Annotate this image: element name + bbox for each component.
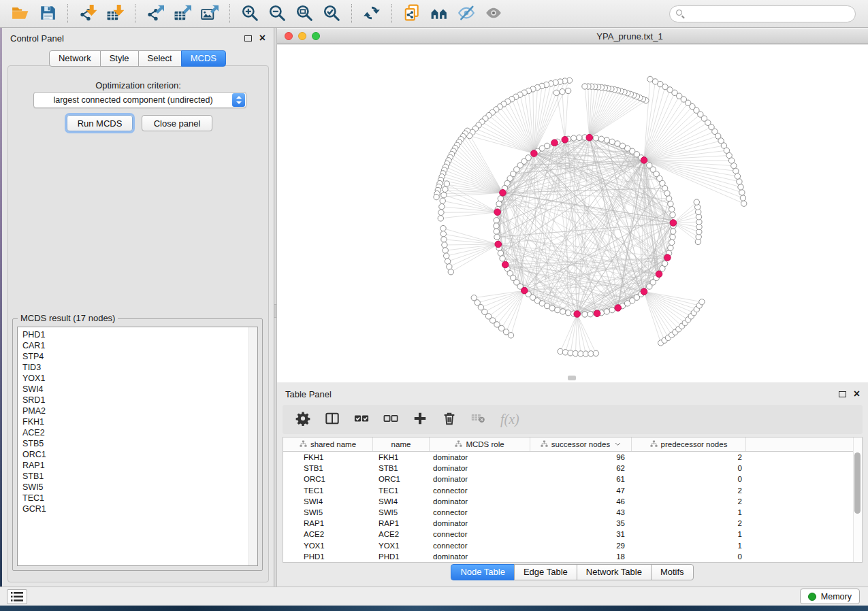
graph-node[interactable]	[739, 190, 745, 195]
graph-node[interactable]	[738, 184, 743, 190]
graph-node[interactable]	[671, 229, 676, 234]
optimization-criterion-select[interactable]: largest connected component (undirected)	[33, 92, 246, 108]
graph-node[interactable]	[609, 139, 615, 144]
window-zoom-traffic-light[interactable]	[312, 32, 320, 40]
graph-node[interactable]	[740, 195, 745, 201]
graph-node[interactable]	[733, 168, 739, 174]
float-table-panel-icon[interactable]	[839, 391, 846, 397]
graph-node[interactable]	[498, 250, 503, 256]
table-vscrollbar-thumb[interactable]	[854, 452, 861, 514]
float-panel-icon[interactable]	[244, 35, 252, 42]
graph-hub-node[interactable]	[641, 157, 647, 164]
graph-node[interactable]	[447, 264, 452, 269]
cell-mcds-role[interactable]: dominator	[430, 453, 530, 461]
cell-mcds-role[interactable]: connector	[430, 542, 530, 550]
mcds-result-item[interactable]: STB5	[22, 438, 257, 449]
zoom-in-button[interactable]	[236, 2, 263, 25]
graph-node[interactable]	[494, 234, 500, 240]
graph-node[interactable]	[604, 309, 609, 314]
close-panel-icon[interactable]: ×	[259, 34, 266, 42]
graph-node[interactable]	[498, 196, 503, 201]
cell-successor-nodes[interactable]: 35	[530, 519, 632, 527]
copy-network-button[interactable]	[398, 2, 425, 25]
mcds-result-item[interactable]: SRD1	[22, 395, 257, 406]
graph-node[interactable]	[448, 269, 453, 275]
graph-hub-node[interactable]	[574, 311, 581, 318]
graph-hub-node[interactable]	[562, 137, 568, 144]
graph-node[interactable]	[694, 199, 699, 205]
close-panel-button[interactable]: Close panel	[142, 115, 212, 131]
mcds-result-item[interactable]: STP4	[22, 351, 257, 362]
hide-selected-button[interactable]	[453, 2, 480, 25]
graph-node[interactable]	[582, 84, 588, 89]
table-settings-button[interactable]	[295, 411, 310, 428]
cell-shared-name[interactable]: ORC1	[283, 475, 373, 483]
cell-shared-name[interactable]: RAP1	[283, 519, 373, 527]
cell-name[interactable]: SWI5	[373, 508, 430, 516]
mcds-result-item[interactable]: YOX1	[22, 373, 257, 384]
cell-name[interactable]: PHD1	[373, 552, 430, 561]
table-row[interactable]: PHD1PHD1dominator180	[283, 551, 862, 562]
table-row[interactable]: YOX1YOX1connector291	[283, 540, 862, 551]
cell-predecessor-nodes[interactable]: 0	[632, 475, 746, 483]
column-header-shared-name[interactable]: shared name	[283, 437, 373, 451]
cell-predecessor-nodes[interactable]: 1	[632, 542, 746, 550]
graph-node[interactable]	[609, 307, 615, 312]
task-history-button[interactable]	[7, 589, 27, 604]
cell-mcds-role[interactable]: dominator	[430, 475, 530, 483]
cell-mcds-role[interactable]: dominator	[430, 464, 530, 472]
graph-node[interactable]	[647, 163, 652, 168]
zoom-fit-button[interactable]	[291, 2, 318, 25]
table-row[interactable]: SWI5SWI5connector431	[283, 507, 862, 518]
network-canvas[interactable]	[277, 45, 868, 382]
select-all-rows-button[interactable]	[354, 411, 369, 428]
graph-hub-node[interactable]	[641, 288, 647, 295]
cell-predecessor-nodes[interactable]: 2	[632, 486, 746, 495]
show-all-button[interactable]	[480, 2, 507, 25]
graph-node[interactable]	[440, 231, 446, 237]
graph-node[interactable]	[438, 216, 443, 221]
graph-node[interactable]	[565, 310, 570, 316]
cell-successor-nodes[interactable]: 29	[530, 542, 632, 550]
graph-node[interactable]	[434, 194, 439, 199]
cell-shared-name[interactable]: YOX1	[283, 542, 373, 550]
graph-node[interactable]	[500, 256, 505, 261]
cell-shared-name[interactable]: PHD1	[283, 552, 373, 561]
mcds-result-item[interactable]: SWI4	[22, 384, 257, 395]
cell-predecessor-nodes[interactable]: 2	[632, 497, 746, 506]
table-row[interactable]: STB1STB1dominator620	[283, 463, 862, 474]
graph-node[interactable]	[553, 90, 559, 95]
cell-name[interactable]: STB1	[373, 464, 430, 472]
mcds-result-item[interactable]: ACE2	[22, 427, 257, 438]
graph-hub-node[interactable]	[664, 254, 671, 261]
graph-hub-node[interactable]	[494, 209, 501, 216]
cell-name[interactable]: SWI4	[373, 497, 430, 506]
tab-network-table[interactable]: Network Table	[577, 564, 652, 580]
graph-node[interactable]	[604, 137, 609, 143]
tab-style[interactable]: Style	[100, 50, 139, 67]
column-header-name[interactable]: name	[373, 437, 430, 451]
graph-node[interactable]	[593, 135, 598, 141]
window-close-traffic-light[interactable]	[285, 32, 293, 40]
graph-hub-node[interactable]	[521, 287, 528, 294]
graph-node[interactable]	[560, 309, 566, 314]
graph-node[interactable]	[662, 261, 667, 266]
graph-node[interactable]	[615, 141, 620, 146]
import-network-button[interactable]	[74, 2, 101, 25]
refresh-layout-button[interactable]	[358, 2, 385, 25]
graph-node[interactable]	[666, 196, 671, 201]
cell-mcds-role[interactable]: connector	[430, 486, 530, 495]
network-graph[interactable]	[277, 45, 868, 382]
column-header-successor-nodes[interactable]: successor nodes	[530, 437, 632, 451]
save-session-button[interactable]	[34, 2, 61, 25]
graph-node[interactable]	[445, 259, 450, 264]
graph-node[interactable]	[444, 253, 449, 259]
export-network-button[interactable]	[142, 2, 169, 25]
graph-hub-node[interactable]	[551, 139, 558, 146]
graph-hub-node[interactable]	[670, 220, 677, 227]
graph-node[interactable]	[441, 193, 447, 198]
cell-name[interactable]: TEC1	[373, 486, 430, 495]
cell-successor-nodes[interactable]: 61	[530, 475, 632, 483]
cell-mcds-role[interactable]: dominator	[430, 519, 530, 527]
graph-node[interactable]	[647, 76, 653, 82]
